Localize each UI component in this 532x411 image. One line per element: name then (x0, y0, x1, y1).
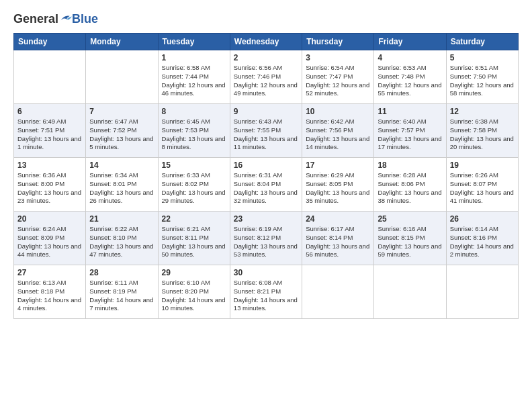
logo-general-text: General (13, 12, 58, 26)
calendar-week-row: 6Sunrise: 6:49 AMSunset: 7:51 PMDaylight… (14, 104, 519, 158)
cell-info: Sunrise: 6:11 AMSunset: 8:19 PMDaylight:… (89, 279, 154, 313)
calendar-header-row: SundayMondayTuesdayWednesdayThursdayFrid… (14, 34, 519, 50)
calendar-cell: 6Sunrise: 6:49 AMSunset: 7:51 PMDaylight… (14, 104, 86, 158)
calendar-cell: 22Sunrise: 6:21 AMSunset: 8:11 PMDayligh… (158, 212, 230, 265)
calendar-cell: 29Sunrise: 6:10 AMSunset: 8:20 PMDayligh… (158, 265, 230, 319)
cell-day-number: 14 (89, 161, 154, 170)
cell-day-number: 10 (306, 107, 370, 116)
cell-day-number: 13 (17, 161, 82, 170)
calendar-cell: 26Sunrise: 6:14 AMSunset: 8:16 PMDayligh… (446, 212, 518, 265)
calendar-cell: 17Sunrise: 6:29 AMSunset: 8:05 PMDayligh… (302, 158, 374, 212)
cell-info: Sunrise: 6:16 AMSunset: 8:15 PMDaylight:… (378, 225, 442, 259)
calendar-cell: 25Sunrise: 6:16 AMSunset: 8:15 PMDayligh… (374, 212, 446, 265)
cell-info: Sunrise: 6:14 AMSunset: 8:16 PMDaylight:… (450, 225, 515, 259)
cell-day-number: 15 (162, 161, 226, 170)
calendar-cell: 28Sunrise: 6:11 AMSunset: 8:19 PMDayligh… (86, 265, 158, 319)
cell-info: Sunrise: 6:21 AMSunset: 8:11 PMDaylight:… (162, 225, 226, 259)
calendar-cell: 18Sunrise: 6:28 AMSunset: 8:06 PMDayligh… (374, 158, 446, 212)
cell-day-number: 27 (17, 268, 82, 277)
day-header-wednesday: Wednesday (230, 34, 302, 50)
cell-day-number: 20 (17, 214, 82, 224)
calendar-cell: 5Sunrise: 6:51 AMSunset: 7:50 PMDaylight… (446, 50, 518, 104)
cell-day-number: 25 (378, 214, 442, 224)
cell-day-number: 1 (162, 53, 226, 62)
cell-info: Sunrise: 6:22 AMSunset: 8:10 PMDaylight:… (89, 225, 154, 259)
cell-day-number: 2 (234, 53, 298, 62)
calendar-cell: 23Sunrise: 6:19 AMSunset: 8:12 PMDayligh… (230, 212, 302, 265)
cell-info: Sunrise: 6:38 AMSunset: 7:58 PMDaylight:… (450, 118, 515, 152)
day-header-sunday: Sunday (14, 34, 86, 50)
cell-info: Sunrise: 6:17 AMSunset: 8:14 PMDaylight:… (306, 225, 370, 259)
calendar-cell: 24Sunrise: 6:17 AMSunset: 8:14 PMDayligh… (302, 212, 374, 265)
cell-day-number: 26 (450, 214, 515, 224)
calendar-week-row: 20Sunrise: 6:24 AMSunset: 8:09 PMDayligh… (14, 212, 519, 265)
cell-day-number: 23 (234, 214, 298, 224)
calendar-cell: 30Sunrise: 6:08 AMSunset: 8:21 PMDayligh… (230, 265, 302, 319)
cell-day-number: 7 (89, 107, 154, 116)
cell-day-number: 30 (234, 268, 298, 277)
cell-info: Sunrise: 6:43 AMSunset: 7:55 PMDaylight:… (234, 118, 298, 152)
cell-day-number: 24 (306, 214, 370, 224)
calendar-cell: 4Sunrise: 6:53 AMSunset: 7:48 PMDaylight… (374, 50, 446, 104)
logo: General Blue (13, 12, 98, 26)
cell-info: Sunrise: 6:08 AMSunset: 8:21 PMDaylight:… (234, 279, 298, 313)
cell-day-number: 5 (450, 53, 515, 62)
calendar-cell: 27Sunrise: 6:13 AMSunset: 8:18 PMDayligh… (14, 265, 86, 319)
cell-day-number: 22 (162, 214, 226, 224)
calendar-cell: 7Sunrise: 6:47 AMSunset: 7:52 PMDaylight… (86, 104, 158, 158)
cell-day-number: 29 (162, 268, 226, 277)
calendar-cell (86, 50, 158, 104)
cell-info: Sunrise: 6:42 AMSunset: 7:56 PMDaylight:… (306, 118, 370, 152)
day-header-friday: Friday (374, 34, 446, 50)
calendar-cell: 1Sunrise: 6:58 AMSunset: 7:44 PMDaylight… (158, 50, 230, 104)
day-header-thursday: Thursday (302, 34, 374, 50)
calendar-cell: 21Sunrise: 6:22 AMSunset: 8:10 PMDayligh… (86, 212, 158, 265)
cell-info: Sunrise: 6:31 AMSunset: 8:04 PMDaylight:… (234, 171, 298, 205)
cell-info: Sunrise: 6:29 AMSunset: 8:05 PMDaylight:… (306, 171, 370, 205)
cell-day-number: 3 (306, 53, 370, 62)
logo-bird-icon (60, 13, 72, 23)
cell-day-number: 21 (89, 214, 154, 224)
cell-info: Sunrise: 6:13 AMSunset: 8:18 PMDaylight:… (17, 279, 82, 313)
day-header-monday: Monday (86, 34, 158, 50)
calendar-cell: 19Sunrise: 6:26 AMSunset: 8:07 PMDayligh… (446, 158, 518, 212)
cell-info: Sunrise: 6:53 AMSunset: 7:48 PMDaylight:… (378, 64, 442, 98)
cell-day-number: 9 (234, 107, 298, 116)
calendar-cell: 11Sunrise: 6:40 AMSunset: 7:57 PMDayligh… (374, 104, 446, 158)
cell-info: Sunrise: 6:26 AMSunset: 8:07 PMDaylight:… (450, 171, 515, 205)
cell-day-number: 18 (378, 161, 442, 170)
calendar-cell: 16Sunrise: 6:31 AMSunset: 8:04 PMDayligh… (230, 158, 302, 212)
calendar-cell: 12Sunrise: 6:38 AMSunset: 7:58 PMDayligh… (446, 104, 518, 158)
cell-day-number: 17 (306, 161, 370, 170)
calendar-cell (446, 265, 518, 319)
calendar-cell: 8Sunrise: 6:45 AMSunset: 7:53 PMDaylight… (158, 104, 230, 158)
cell-day-number: 28 (89, 268, 154, 277)
cell-day-number: 11 (378, 107, 442, 116)
cell-day-number: 4 (378, 53, 442, 62)
calendar-table: SundayMondayTuesdayWednesdayThursdayFrid… (13, 33, 519, 319)
logo-blue-text: Blue (72, 12, 98, 26)
cell-day-number: 6 (17, 107, 82, 116)
cell-info: Sunrise: 6:49 AMSunset: 7:51 PMDaylight:… (17, 118, 82, 152)
calendar-cell (302, 265, 374, 319)
calendar-cell: 20Sunrise: 6:24 AMSunset: 8:09 PMDayligh… (14, 212, 86, 265)
calendar-cell: 10Sunrise: 6:42 AMSunset: 7:56 PMDayligh… (302, 104, 374, 158)
cell-day-number: 19 (450, 161, 515, 170)
page: General Blue SundayMondayTuesdayWednesda… (0, 0, 532, 411)
cell-info: Sunrise: 6:58 AMSunset: 7:44 PMDaylight:… (162, 64, 226, 98)
cell-info: Sunrise: 6:45 AMSunset: 7:53 PMDaylight:… (162, 118, 226, 152)
calendar-cell: 2Sunrise: 6:56 AMSunset: 7:46 PMDaylight… (230, 50, 302, 104)
cell-info: Sunrise: 6:47 AMSunset: 7:52 PMDaylight:… (89, 118, 154, 152)
calendar-week-row: 1Sunrise: 6:58 AMSunset: 7:44 PMDaylight… (14, 50, 519, 104)
calendar-cell: 9Sunrise: 6:43 AMSunset: 7:55 PMDaylight… (230, 104, 302, 158)
cell-info: Sunrise: 6:54 AMSunset: 7:47 PMDaylight:… (306, 64, 370, 98)
cell-info: Sunrise: 6:19 AMSunset: 8:12 PMDaylight:… (234, 225, 298, 259)
calendar-cell: 14Sunrise: 6:34 AMSunset: 8:01 PMDayligh… (86, 158, 158, 212)
calendar-week-row: 13Sunrise: 6:36 AMSunset: 8:00 PMDayligh… (14, 158, 519, 212)
cell-info: Sunrise: 6:56 AMSunset: 7:46 PMDaylight:… (234, 64, 298, 98)
calendar-cell (374, 265, 446, 319)
cell-info: Sunrise: 6:10 AMSunset: 8:20 PMDaylight:… (162, 279, 226, 313)
header: General Blue (13, 12, 519, 26)
cell-day-number: 8 (162, 107, 226, 116)
cell-day-number: 16 (234, 161, 298, 170)
